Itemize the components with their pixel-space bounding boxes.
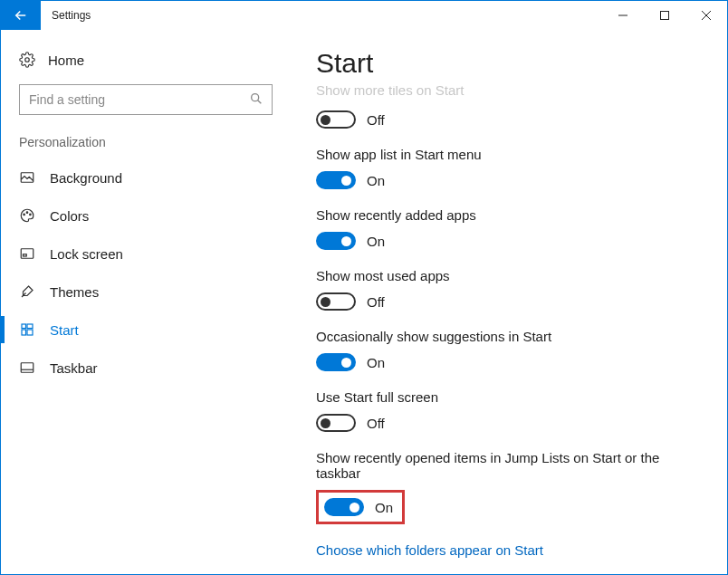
- choose-folders-link[interactable]: Choose which folders appear on Start: [316, 542, 691, 558]
- sidebar-group-label: Personalization: [1, 135, 291, 158]
- setting-jump-lists: Show recently opened items in Jump Lists…: [316, 450, 691, 524]
- home-button[interactable]: Home: [1, 52, 291, 84]
- lockscreen-icon: [19, 245, 35, 262]
- toggle-app-list[interactable]: [316, 171, 356, 189]
- highlighted-toggle: On: [316, 490, 405, 524]
- toggle-most-used[interactable]: [316, 292, 356, 311]
- setting-most-used: Show most used apps Off: [316, 268, 691, 311]
- toggle-state: On: [367, 355, 385, 370]
- sidebar-item-label: Colors: [50, 208, 89, 224]
- toggle-state: Off: [367, 294, 385, 310]
- maximize-icon: [659, 10, 670, 21]
- setting-label: Use Start full screen: [316, 389, 691, 405]
- svg-rect-10: [24, 254, 27, 256]
- back-button[interactable]: [1, 1, 41, 30]
- sidebar-item-label: Taskbar: [50, 360, 98, 376]
- setting-fullscreen: Use Start full screen Off: [316, 389, 691, 432]
- sidebar-item-label: Lock screen: [50, 246, 123, 262]
- main-panel: Start Show more tiles on Start Off Show …: [291, 30, 727, 574]
- maximize-button[interactable]: [644, 1, 685, 30]
- svg-line-4: [258, 101, 262, 104]
- window-title: Settings: [41, 1, 91, 30]
- svg-point-2: [25, 58, 30, 62]
- toggle-state: On: [375, 500, 393, 515]
- toggle-recently-added[interactable]: [316, 232, 356, 250]
- setting-label: Show app list in Start menu: [316, 147, 691, 162]
- svg-rect-9: [21, 249, 34, 259]
- sidebar-item-lockscreen[interactable]: Lock screen: [1, 235, 291, 273]
- page-title: Start: [316, 48, 691, 79]
- svg-rect-11: [22, 324, 26, 329]
- toggle-fullscreen[interactable]: [316, 414, 356, 432]
- gear-icon: [19, 52, 35, 68]
- svg-rect-12: [27, 324, 33, 329]
- sidebar-item-label: Themes: [50, 284, 99, 300]
- minimize-button[interactable]: [602, 1, 644, 30]
- setting-recently-added: Show recently added apps On: [316, 207, 691, 250]
- toggle-state: On: [367, 234, 385, 249]
- setting-show-more-tiles: Show more tiles on Start Off: [316, 86, 691, 129]
- svg-rect-13: [22, 330, 26, 335]
- svg-point-8: [30, 214, 32, 216]
- toggle-state: Off: [367, 112, 385, 128]
- svg-rect-1: [661, 12, 669, 20]
- close-button[interactable]: [685, 1, 727, 30]
- svg-point-6: [24, 214, 25, 216]
- themes-icon: [19, 283, 35, 300]
- toggle-jump-lists[interactable]: [324, 498, 364, 516]
- toggle-show-more-tiles[interactable]: [316, 110, 356, 129]
- svg-rect-14: [27, 330, 33, 335]
- sidebar-item-label: Start: [50, 322, 79, 338]
- svg-rect-15: [21, 363, 34, 373]
- search-icon: [249, 91, 263, 110]
- start-icon: [19, 321, 35, 338]
- taskbar-icon: [19, 359, 35, 376]
- sidebar-item-background[interactable]: Background: [1, 158, 291, 196]
- sidebar: Home Personalization Background Colors L…: [1, 30, 291, 574]
- search-input[interactable]: [19, 84, 273, 115]
- palette-icon: [19, 207, 35, 224]
- svg-point-3: [252, 94, 259, 101]
- close-icon: [701, 10, 712, 21]
- setting-label: Show recently opened items in Jump Lists…: [316, 450, 691, 481]
- sidebar-item-start[interactable]: Start: [1, 311, 291, 349]
- sidebar-item-themes[interactable]: Themes: [1, 273, 291, 311]
- toggle-suggestions[interactable]: [316, 353, 356, 371]
- titlebar: Settings: [1, 1, 727, 30]
- setting-label: Occasionally show suggestions in Start: [316, 329, 691, 344]
- setting-label: Show recently added apps: [316, 207, 691, 223]
- toggle-state: On: [367, 173, 385, 188]
- sidebar-item-colors[interactable]: Colors: [1, 196, 291, 235]
- picture-icon: [19, 169, 35, 186]
- setting-app-list: Show app list in Start menu On: [316, 147, 691, 189]
- arrow-left-icon: [13, 7, 29, 24]
- setting-suggestions: Occasionally show suggestions in Start O…: [316, 329, 691, 371]
- toggle-state: Off: [367, 416, 385, 431]
- sidebar-item-taskbar[interactable]: Taskbar: [1, 349, 291, 387]
- setting-label: Show most used apps: [316, 268, 691, 283]
- sidebar-item-label: Background: [50, 170, 122, 186]
- minimize-icon: [618, 10, 628, 21]
- svg-point-7: [26, 212, 28, 214]
- setting-label: Show more tiles on Start: [316, 86, 691, 98]
- home-label: Home: [48, 53, 84, 68]
